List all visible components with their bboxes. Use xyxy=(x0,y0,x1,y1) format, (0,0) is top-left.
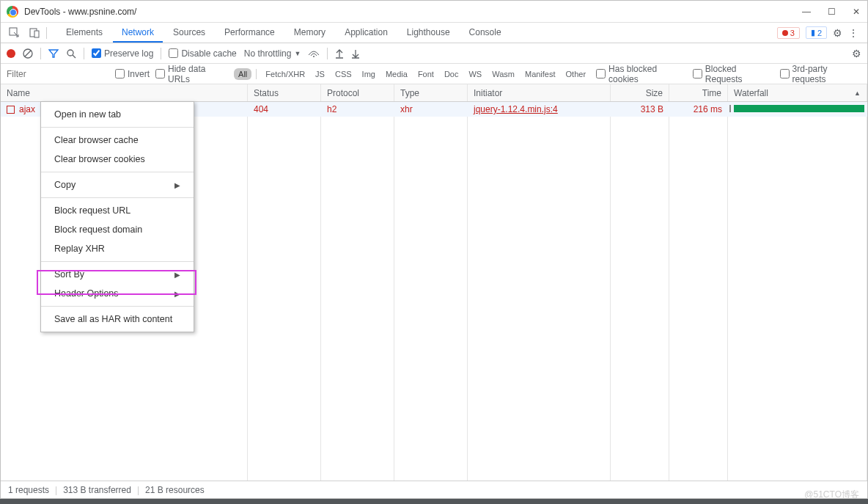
search-icon[interactable] xyxy=(66,48,76,59)
blocked-requests-checkbox[interactable]: Blocked Requests xyxy=(693,64,774,84)
invert-label: Invert xyxy=(128,69,150,79)
ctx-header-options[interactable]: Header Options▶ xyxy=(41,284,194,303)
ctx-open-new-tab[interactable]: Open in new tab xyxy=(41,105,194,124)
close-button[interactable]: ✕ xyxy=(851,7,861,17)
ctx-block-url[interactable]: Block request URL xyxy=(41,201,194,220)
network-settings-icon[interactable]: ⚙ xyxy=(852,48,861,59)
ctx-clear-cookies[interactable]: Clear browser cookies xyxy=(41,150,194,169)
row-time: 216 ms xyxy=(669,102,728,117)
export-har-icon[interactable] xyxy=(351,48,360,59)
col-header-status[interactable]: Status xyxy=(248,84,321,101)
inspect-icon[interactable] xyxy=(8,27,20,39)
type-filters: All Fetch/XHR JS CSS Img Media Font Doc … xyxy=(234,68,590,80)
svg-rect-2 xyxy=(34,31,39,37)
hide-data-urls-label: Hide data URLs xyxy=(168,64,228,84)
row-type: xhr xyxy=(394,102,468,117)
row-protocol: h2 xyxy=(321,102,394,117)
col-header-time[interactable]: Time xyxy=(669,84,728,101)
file-icon xyxy=(7,106,15,114)
status-resources: 21 B resources xyxy=(145,485,205,495)
error-count: 3 xyxy=(790,29,795,37)
filter-wasm[interactable]: Wasm xyxy=(488,68,519,80)
window-title: DevTools - www.psnine.com/ xyxy=(24,7,801,17)
hide-data-urls-checkbox[interactable]: Hide data URLs xyxy=(155,64,228,84)
minimize-button[interactable]: — xyxy=(801,7,812,17)
submenu-arrow-icon: ▶ xyxy=(174,271,180,279)
filter-all[interactable]: All xyxy=(234,68,251,80)
filter-font[interactable]: Font xyxy=(413,68,438,80)
ctx-sort-by[interactable]: Sort By▶ xyxy=(41,265,194,284)
filter-input[interactable] xyxy=(7,69,109,79)
svg-line-4 xyxy=(25,51,31,56)
context-menu: Open in new tab Clear browser cache Clea… xyxy=(40,101,194,332)
third-party-checkbox[interactable]: 3rd-party requests xyxy=(780,64,861,84)
filter-manifest[interactable]: Manifest xyxy=(521,68,560,80)
ctx-open-new-tab-label: Open in new tab xyxy=(54,109,121,120)
panel-tabs: Elements Network Sources Performance Mem… xyxy=(57,23,510,43)
tab-lighthouse[interactable]: Lighthouse xyxy=(398,23,459,43)
preserve-log-checkbox[interactable]: Preserve log xyxy=(92,48,153,59)
throttling-select[interactable]: No throttling ▼ xyxy=(244,48,301,59)
ctx-clear-cookies-label: Clear browser cookies xyxy=(54,154,145,164)
devtools-tabs-row: Elements Network Sources Performance Mem… xyxy=(1,23,867,43)
watermark: @51CTO博客 xyxy=(804,489,859,501)
clear-icon[interactable] xyxy=(23,48,33,59)
ctx-copy[interactable]: Copy▶ xyxy=(41,175,194,194)
ctx-replay-xhr[interactable]: Replay XHR xyxy=(41,239,194,258)
tab-application[interactable]: Application xyxy=(336,23,397,43)
ctx-replay-xhr-label: Replay XHR xyxy=(54,244,105,254)
filter-doc[interactable]: Doc xyxy=(440,68,463,80)
sort-indicator-icon: ▲ xyxy=(854,90,861,97)
col-header-type[interactable]: Type xyxy=(394,84,468,101)
import-har-icon[interactable] xyxy=(335,48,344,59)
filter-other[interactable]: Other xyxy=(562,68,591,80)
ctx-save-har[interactable]: Save all as HAR with content xyxy=(41,310,194,329)
filter-row: Invert Hide data URLs All Fetch/XHR JS C… xyxy=(1,64,867,84)
filter-fetch-xhr[interactable]: Fetch/XHR xyxy=(261,68,309,80)
has-blocked-cookies-checkbox[interactable]: Has blocked cookies xyxy=(596,64,687,84)
row-status: 404 xyxy=(248,102,321,117)
col-header-size[interactable]: Size xyxy=(611,84,669,101)
filter-media[interactable]: Media xyxy=(381,68,412,80)
error-badge[interactable]: 3 xyxy=(777,27,800,39)
invert-checkbox[interactable]: Invert xyxy=(115,69,150,79)
col-header-initiator[interactable]: Initiator xyxy=(468,84,611,101)
filter-img[interactable]: Img xyxy=(358,68,380,80)
network-conditions-icon[interactable] xyxy=(308,49,320,58)
disable-cache-label: Disable cache xyxy=(181,48,236,59)
ctx-clear-cache[interactable]: Clear browser cache xyxy=(41,131,194,150)
col-header-protocol[interactable]: Protocol xyxy=(321,84,394,101)
third-party-label: 3rd-party requests xyxy=(792,64,861,84)
status-requests: 1 requests xyxy=(8,485,49,495)
tab-console[interactable]: Console xyxy=(460,23,510,43)
message-badge[interactable]: ▮2 xyxy=(806,26,827,39)
tab-elements[interactable]: Elements xyxy=(57,23,111,43)
filter-ws[interactable]: WS xyxy=(464,68,486,80)
settings-icon[interactable]: ⚙ xyxy=(833,27,842,39)
titlebar: DevTools - www.psnine.com/ — ☐ ✕ xyxy=(1,1,867,23)
filter-css[interactable]: CSS xyxy=(331,68,356,80)
maximize-button[interactable]: ☐ xyxy=(826,7,836,17)
filter-js[interactable]: JS xyxy=(311,68,329,80)
status-transferred: 313 B transferred xyxy=(63,485,131,495)
filter-icon[interactable] xyxy=(48,48,59,59)
col-header-waterfall[interactable]: Waterfall▲ xyxy=(728,84,867,101)
message-count: 2 xyxy=(817,29,822,37)
ctx-header-options-label: Header Options xyxy=(54,288,119,299)
col-header-name[interactable]: Name xyxy=(1,84,248,101)
tab-memory[interactable]: Memory xyxy=(285,23,334,43)
ctx-save-har-label: Save all as HAR with content xyxy=(54,314,172,324)
more-icon[interactable]: ⋮ xyxy=(848,27,858,39)
device-toggle-icon[interactable] xyxy=(29,27,40,39)
tab-network[interactable]: Network xyxy=(113,23,163,43)
record-button[interactable] xyxy=(7,49,15,58)
table-header: Name Status Protocol Type Initiator Size… xyxy=(1,84,867,102)
submenu-arrow-icon: ▶ xyxy=(174,181,180,189)
ctx-clear-cache-label: Clear browser cache xyxy=(54,135,139,145)
blocked-requests-label: Blocked Requests xyxy=(705,64,774,84)
tab-performance[interactable]: Performance xyxy=(216,23,284,43)
tab-sources[interactable]: Sources xyxy=(164,23,214,43)
disable-cache-checkbox[interactable]: Disable cache xyxy=(169,48,236,59)
ctx-block-domain[interactable]: Block request domain xyxy=(41,220,194,239)
row-initiator-link[interactable]: jquery-1.12.4.min.js:4 xyxy=(474,104,558,114)
